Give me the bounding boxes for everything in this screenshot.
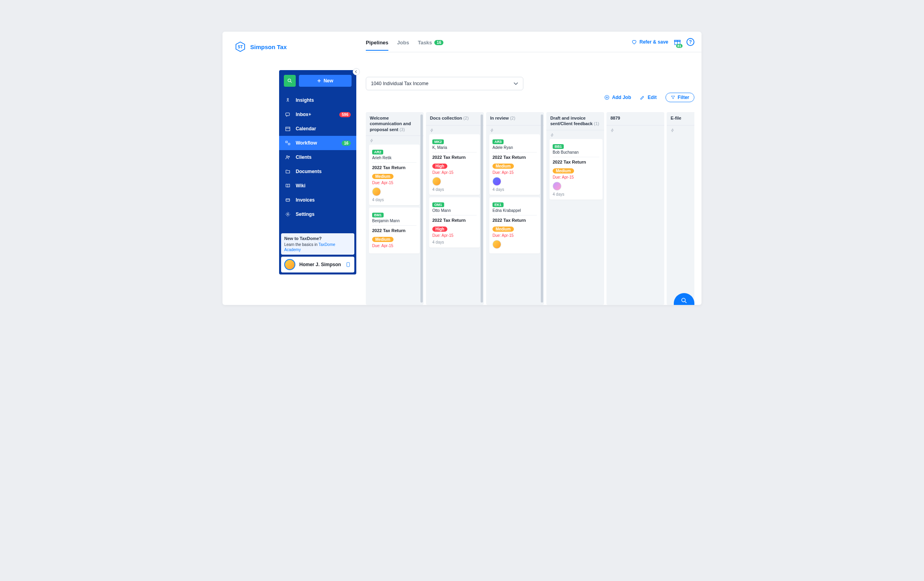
assignee-avatar	[492, 240, 501, 249]
sidebar-item-clients[interactable]: Clients	[279, 150, 356, 164]
settings-icon	[285, 211, 291, 217]
filter-icon	[671, 95, 675, 100]
tasks-count-badge: 16	[434, 40, 443, 45]
sidebar-item-invoices[interactable]: Invoices	[279, 193, 356, 207]
column-automation[interactable]	[366, 136, 424, 145]
gift-button[interactable]: 81	[674, 38, 681, 46]
job-name: 2022 Tax Return	[492, 218, 537, 223]
svg-rect-8	[286, 113, 289, 116]
column: E-file	[667, 112, 694, 305]
column-automation[interactable]	[546, 130, 604, 139]
days-in-stage: 4 days	[553, 192, 599, 196]
workflow-icon	[285, 140, 291, 146]
column-body: MK2K, Maria2022 Tax ReturnHighDue: Apr-1…	[426, 134, 484, 305]
sidebar-collapse-button[interactable]	[353, 68, 360, 75]
priority-badge: Medium	[492, 227, 514, 232]
job-name: 2022 Tax Return	[432, 218, 477, 223]
priority-badge: Medium	[372, 174, 394, 179]
refer-and-save-link[interactable]: Refer & save	[631, 39, 668, 45]
column-header: Docs collection (2)	[426, 112, 484, 126]
days-in-stage: 4 days	[432, 187, 477, 192]
svg-line-6	[291, 82, 292, 83]
svg-rect-11	[286, 141, 287, 143]
column-automation[interactable]	[486, 126, 544, 134]
user-avatar	[284, 259, 295, 270]
priority-badge: High	[432, 164, 447, 169]
priority-badge: Medium	[492, 164, 514, 169]
academy-banner[interactable]: New to TaxDome? Learn the basics in TaxD…	[281, 233, 354, 255]
job-name: 2022 Tax Return	[372, 228, 416, 233]
calendar-icon	[285, 126, 291, 131]
svg-text:ST: ST	[238, 45, 243, 49]
column-count: (1)	[594, 121, 599, 126]
tab-jobs[interactable]: Jobs	[397, 40, 409, 50]
client-chip: AR3	[492, 139, 504, 144]
automation-icon	[671, 128, 675, 133]
automation-icon	[610, 128, 614, 133]
days-in-stage: 4 days	[372, 198, 416, 202]
sidebar-item-wiki[interactable]: Wiki	[279, 179, 356, 193]
sidebar-item-documents[interactable]: Documents	[279, 164, 356, 179]
job-card[interactable]: BB1Bob Buchanan2022 Tax ReturnMediumDue:…	[549, 139, 603, 200]
user-menu[interactable]: Homer J. Simpson	[281, 257, 354, 272]
client-chip: BM1	[372, 213, 384, 217]
column-header: E-file	[667, 112, 694, 126]
tab-pipelines[interactable]: Pipelines	[366, 40, 388, 50]
sidebar-badge: 596	[339, 112, 351, 117]
search-icon	[681, 297, 688, 304]
edit-button[interactable]: Edit	[640, 95, 657, 100]
sidebar-item-settings[interactable]: Settings	[279, 207, 356, 221]
column-header: In review (2)	[486, 112, 544, 126]
svg-rect-12	[288, 143, 290, 145]
column: 8879	[606, 112, 664, 305]
tab-tasks[interactable]: Tasks 16	[418, 40, 443, 50]
client-name: Bob Buchanan	[553, 150, 599, 157]
job-card[interactable]: EK1Edna Krabappel2022 Tax ReturnMediumDu…	[489, 197, 540, 253]
job-card[interactable]: AR3Adele Ryan2022 Tax ReturnMediumDue: A…	[489, 134, 540, 195]
sidebar-nav: InsightsInbox+596CalendarWorkflow16Clien…	[279, 91, 356, 221]
search-button[interactable]	[284, 75, 296, 87]
job-card[interactable]: OM1Otto Mann2022 Tax ReturnHighDue: Apr-…	[429, 197, 480, 248]
sidebar-item-calendar[interactable]: Calendar	[279, 122, 356, 136]
insights-icon	[285, 97, 291, 103]
assignee-avatar	[432, 177, 441, 186]
new-button[interactable]: New	[299, 75, 352, 87]
sidebar-item-workflow[interactable]: Workflow16	[279, 136, 356, 150]
column-automation[interactable]	[426, 126, 484, 134]
plus-icon	[317, 79, 321, 83]
job-card[interactable]: AR2Arieh Retik2022 Tax ReturnMediumDue: …	[369, 145, 420, 205]
svg-rect-18	[347, 263, 350, 267]
help-button[interactable]: ?	[686, 38, 694, 46]
kanban-board: Welcome communication and proposal sent …	[366, 112, 694, 305]
user-name: Homer J. Simpson	[299, 262, 341, 267]
filter-button[interactable]: Filter	[665, 93, 694, 102]
job-card[interactable]: MK2K, Maria2022 Tax ReturnHighDue: Apr-1…	[429, 134, 480, 195]
sidebar-item-label: Documents	[296, 169, 321, 174]
svg-point-13	[287, 156, 288, 157]
job-card[interactable]: BM1Benjamin Mann2022 Tax ReturnMediumDue…	[369, 208, 420, 253]
job-name: 2022 Tax Return	[372, 165, 416, 170]
column-body: AR3Adele Ryan2022 Tax ReturnMediumDue: A…	[486, 134, 544, 305]
inbox+-icon	[285, 112, 291, 117]
svg-rect-15	[286, 199, 289, 202]
due-date: Due: Apr-15	[372, 181, 416, 185]
edit-label: Edit	[648, 95, 657, 100]
days-in-stage: 4 days	[432, 240, 477, 244]
column-automation[interactable]	[606, 126, 664, 134]
pipeline-select[interactable]: 1040 Individual Tax Income	[366, 77, 523, 90]
column-body: AR2Arieh Retik2022 Tax ReturnMediumDue: …	[366, 145, 424, 305]
column-automation[interactable]	[667, 126, 694, 134]
job-name: 2022 Tax Return	[492, 155, 537, 160]
sidebar-item-insights[interactable]: Insights	[279, 93, 356, 107]
sidebar-item-label: Wiki	[296, 183, 306, 189]
automation-icon	[550, 133, 554, 137]
add-job-button[interactable]: Add Job	[604, 95, 631, 100]
due-date: Due: Apr-15	[372, 244, 416, 248]
column-header: 8879	[606, 112, 664, 126]
sidebar-item-inbox-[interactable]: Inbox+596	[279, 107, 356, 122]
column: Draft and invoice sent/Client feedback (…	[546, 112, 604, 305]
filter-label: Filter	[678, 95, 689, 100]
svg-point-14	[288, 156, 289, 157]
sidebar-top: New	[279, 70, 356, 91]
assignee-avatar	[492, 177, 501, 186]
